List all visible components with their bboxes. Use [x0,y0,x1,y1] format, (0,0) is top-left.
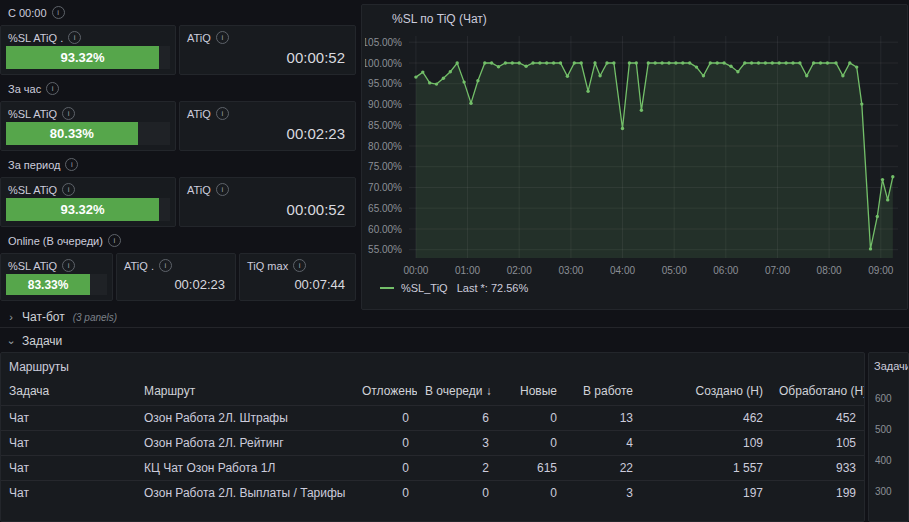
table-cell: 0 [354,406,417,431]
info-icon[interactable] [62,183,75,196]
info-icon[interactable] [216,107,229,120]
grafana-dashboard: С 00:00 %SL ATiQ . 93.32% ATiQ 00:00:52 … [0,0,909,522]
legend-series-name[interactable]: %SL_TiQ [401,282,448,294]
stats-row-4: %SL ATiQ 83.33% ATiQ . 00:02:23 TiQ max … [0,253,356,301]
table-cell: 452 [771,406,864,431]
table-cell: 0 [354,431,417,456]
table-cell: Чат [1,406,136,431]
info-icon[interactable] [159,259,172,272]
svg-text:02:00: 02:00 [507,265,532,276]
info-icon[interactable] [68,31,81,44]
chevron-down-icon: ⌄ [6,334,16,347]
row-tasks[interactable]: ⌄ Задачи [0,330,909,351]
info-icon[interactable] [216,31,229,44]
gauge-panel-sl-atiq: %SL ATiQ 83.33% [0,253,113,301]
info-icon[interactable] [62,107,75,120]
row-chatbot[interactable]: › Чат-бот (3 panels) [0,307,909,328]
stats-row-1: %SL ATiQ . 93.32% ATiQ 00:00:52 [0,25,356,75]
svg-text:85.00%: 85.00% [368,120,402,131]
bar-gauge-fill: 93.32% [6,46,159,69]
table-cell: Озон Работа 2Л. Выплаты / Тарифы [136,481,354,506]
svg-text:80.00%: 80.00% [368,141,402,152]
svg-text:90.00%: 90.00% [368,99,402,110]
panel-title-text: TiQ max [247,260,288,272]
section-header-online: Online (В очереди) [0,233,121,248]
svg-text:05:00: 05:00 [662,265,687,276]
table-cell: 3 [417,431,497,456]
table-cell: 0 [354,456,417,481]
table-row: ЧатКЦ Чат Озон Работа 1Л02615221 557933 [1,456,864,481]
info-icon[interactable] [216,183,229,196]
panel-title: %SL по TiQ (Чат) [362,5,907,28]
column-header[interactable]: Создано (Н) [641,380,771,406]
info-icon[interactable] [52,6,65,19]
column-header[interactable]: Новые [497,380,565,406]
stat-value: 00:00:52 [180,196,355,226]
stat-panel-atiq: ATiQ 00:00:52 [179,177,356,227]
svg-text:105.00%: 105.00% [365,37,402,48]
svg-text:06:00: 06:00 [713,265,738,276]
column-header[interactable]: Обработано (Н) [771,380,864,406]
bar-gauge-fill: 83.33% [6,274,90,295]
row-title: Чат-бот [22,310,65,324]
table-cell: 1 557 [641,456,771,481]
bar-gauge-fill: 93.32% [6,198,159,221]
table-row: ЧатОзон Работа 2Л. Штрафы06013462452 [1,406,864,431]
svg-text:60.00%: 60.00% [368,224,402,235]
info-icon[interactable] [62,259,75,272]
stat-value: 00:02:23 [117,272,235,300]
table-row: ЧатОзон Работа 2Л. Рейтинг0304109105 [1,431,864,456]
row-title: Задачи [22,334,62,348]
stats-row-2: %SL ATiQ 80.33% ATiQ 00:02:23 [0,101,356,151]
panel-title-text: ATiQ [187,184,211,196]
table-cell: Чат [1,431,136,456]
table-header-row: ЗадачаМаршрутОтложеныВ очереди ↓НовыеВ р… [1,380,864,406]
section-header-hour: За час [0,81,59,96]
table-cell: 0 [497,406,565,431]
column-header[interactable]: В работе [565,380,641,406]
info-icon[interactable] [65,158,78,171]
gauge-value: 93.32% [60,50,104,65]
table-cell: 0 [497,481,565,506]
table-cell: 13 [565,406,641,431]
table-cell: 2 [417,456,497,481]
stat-panel-atiq: ATiQ . 00:02:23 [116,253,236,301]
svg-text:70.00%: 70.00% [368,182,402,193]
svg-text:100.00%: 100.00% [365,58,402,69]
y-tick: 500 [875,424,892,435]
section-header-from-0000: С 00:00 [0,5,65,20]
panel-title-text: ATiQ [187,108,211,120]
panel-title: TiQ max [240,254,355,272]
panel-title: Маршруты [1,353,864,380]
routes-table: ЗадачаМаршрутОтложеныВ очереди ↓НовыеВ р… [1,380,864,505]
chart-legend: %SL_TiQ Last *: 72.56% [362,282,907,294]
panel-title: ATiQ [180,102,355,120]
gauge-value: 80.33% [50,126,94,141]
table-cell: Чат [1,481,136,506]
info-icon[interactable] [108,234,121,247]
column-header[interactable]: Маршрут [136,380,354,406]
table-cell: Чат [1,456,136,481]
column-header[interactable]: Отложены [354,380,417,406]
legend-last-value: Last *: 72.56% [457,282,529,294]
timeseries-plot[interactable]: 105.00%100.00%95.00%90.00%85.00%80.00%75… [365,28,904,280]
panel-title: %SL ATiQ [1,254,112,272]
column-header[interactable]: В очереди ↓ [417,380,497,406]
panel-title-text: ATiQ . [124,260,154,272]
table-cell: Озон Работа 2Л. Штрафы [136,406,354,431]
gauge-panel-sl-atiq: %SL ATiQ 93.32% [0,177,176,227]
svg-text:04:00: 04:00 [610,265,635,276]
panel-title: %SL ATiQ [1,102,175,120]
panel-title: ATiQ [180,178,355,196]
bar-gauge: 80.33% [6,122,170,145]
column-header[interactable]: Задача [1,380,136,406]
stats-row-3: %SL ATiQ 93.32% ATiQ 00:00:52 [0,177,356,227]
panel-title: %SL ATiQ . [1,26,175,44]
info-icon[interactable] [46,82,59,95]
table-cell: 0 [354,481,417,506]
info-icon[interactable] [293,259,306,272]
svg-text:09:00: 09:00 [868,265,893,276]
table-cell: 462 [641,406,771,431]
bar-gauge: 93.32% [6,198,170,221]
panel-title: %SL ATiQ [1,178,175,196]
